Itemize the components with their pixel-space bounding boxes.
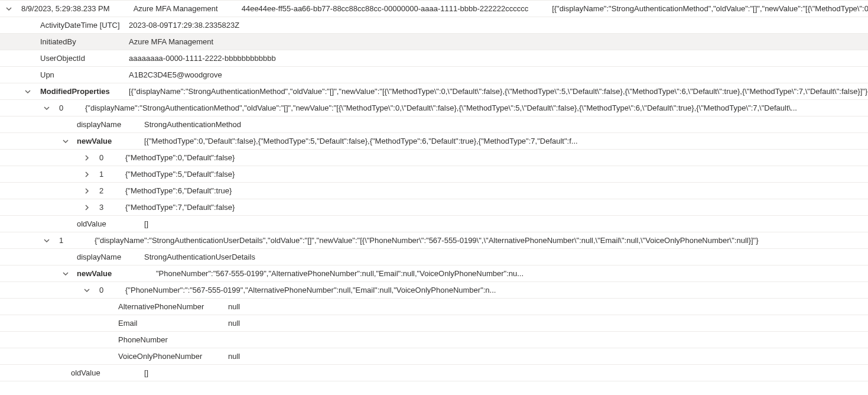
detail-label: Upn [40, 70, 129, 79]
detail-value: Azure MFA Management [129, 37, 868, 46]
item1-oldvalue: oldValue [] [0, 364, 868, 381]
nv0-field: Email null [0, 315, 868, 331]
nv0-field: PhoneNumber [0, 331, 868, 348]
field-value: [] [144, 368, 868, 377]
field-value: StrongAuthenticationUserDetails [144, 252, 868, 261]
chevron-down-icon[interactable] [5, 6, 13, 12]
nv0-field: VoiceOnlyPhoneNumber null [0, 348, 868, 364]
item1-displayname: displayName StrongAuthenticationUserDeta… [0, 248, 868, 265]
modified-item-1[interactable]: 1 {"displayName":"StrongAuthenticationUs… [0, 232, 868, 248]
field-label: displayName [77, 252, 144, 261]
modified-properties-row[interactable]: ModifiedProperties [{"displayName":"Stro… [0, 83, 868, 99]
nv-index: 0 [99, 153, 125, 162]
detail-value: 2023-08-09T17:29:38.2335823Z [129, 21, 868, 30]
chevron-right-icon[interactable] [83, 171, 91, 177]
header-timestamp: 8/9/2023, 5:29:38.233 PM [21, 4, 134, 13]
newvalue-row[interactable]: 1 {"MethodType":5,"Default":false} [0, 166, 868, 182]
item0-oldvalue: oldValue [] [0, 215, 868, 232]
item0-newvalue[interactable]: newValue [{"MethodType":0,"Default":fals… [0, 132, 868, 149]
newvalue-row[interactable]: 2 {"MethodType":6,"Default":true} [0, 182, 868, 199]
chevron-down-icon[interactable] [61, 271, 70, 277]
nv-index: 3 [99, 203, 125, 212]
chevron-down-icon[interactable] [24, 89, 32, 95]
header-payload: [{"displayName":"StrongAuthenticationMet… [552, 4, 868, 13]
nv-text: {"MethodType":5,"Default":false} [125, 170, 868, 179]
field-value: null [228, 302, 868, 311]
field-label: oldValue [71, 368, 144, 377]
field-label: Email [118, 319, 228, 328]
detail-value: A1B2C3D4E5@woodgrove [129, 70, 868, 79]
modified-item-0[interactable]: 0 {"displayName":"StrongAuthenticationMe… [0, 99, 868, 116]
chevron-down-icon[interactable] [83, 287, 91, 293]
nv-index: 2 [99, 186, 125, 195]
detail-label: UserObjectId [40, 54, 129, 63]
header-source: Azure MFA Management [134, 4, 242, 13]
detail-row-upn: Upn A1B2C3D4E5@woodgrove [0, 66, 868, 83]
chevron-down-icon[interactable] [43, 238, 51, 244]
detail-label: ActivityDateTime [UTC] [40, 21, 129, 30]
item-index: 0 [59, 103, 85, 112]
item-index: 1 [59, 236, 95, 245]
modified-label: ModifiedProperties [40, 87, 129, 96]
item1-newvalue[interactable]: newValue "PhoneNumber":"567-555-0199","A… [0, 265, 868, 281]
nv-summary: {"PhoneNumber":":"567-555-0199","Alterna… [125, 286, 868, 294]
detail-value: aaaaaaaa-0000-1111-2222-bbbbbbbbbbbb [129, 54, 868, 63]
field-label: newValue [77, 137, 144, 145]
newvalue-row[interactable]: 3 {"MethodType":7,"Default":false} [0, 199, 868, 215]
field-value: null [228, 352, 868, 361]
nv-index: 0 [99, 286, 125, 294]
detail-row-userobjectid: UserObjectId aaaaaaaa-0000-1111-2222-bbb… [0, 50, 868, 66]
chevron-right-icon[interactable] [83, 155, 91, 161]
nv-text: {"MethodType":6,"Default":true} [125, 186, 868, 195]
nv0-field: AlternativePhoneNumber null [0, 298, 868, 315]
nv-index: 1 [99, 170, 125, 179]
chevron-down-icon[interactable] [61, 138, 70, 144]
field-label: oldValue [77, 219, 144, 228]
field-label: VoiceOnlyPhoneNumber [118, 352, 228, 361]
field-value: null [228, 319, 868, 328]
chevron-right-icon[interactable] [83, 188, 91, 194]
item-summary: {"displayName":"StrongAuthenticationUser… [95, 236, 868, 245]
detail-row-initiatedby: InitiatedBy Azure MFA Management [0, 33, 868, 50]
field-label: newValue [77, 269, 156, 278]
detail-row-activitydatetime: ActivityDateTime [UTC] 2023-08-09T17:29:… [0, 17, 868, 33]
modified-summary: [{"displayName":"StrongAuthenticationMet… [129, 87, 868, 96]
field-label: AlternativePhoneNumber [118, 302, 228, 311]
item1-nv0[interactable]: 0 {"PhoneNumber":":"567-555-0199","Alter… [0, 281, 868, 298]
header-correlation-id: 44ee44ee-ff55-aa66-bb77-88cc88cc88cc-000… [242, 4, 552, 13]
field-value: [{"MethodType":0,"Default":false},{"Meth… [144, 137, 868, 145]
item0-displayname: displayName StrongAuthenticationMethod [0, 116, 868, 132]
nv-text: {"MethodType":0,"Default":false} [125, 153, 868, 162]
field-value: [] [144, 219, 868, 228]
nv-text: {"MethodType":7,"Default":false} [125, 203, 868, 212]
field-label: displayName [77, 120, 144, 129]
field-value: "PhoneNumber":"567-555-0199","Alternativ… [156, 269, 868, 278]
record-header[interactable]: 8/9/2023, 5:29:38.233 PM Azure MFA Manag… [0, 0, 868, 17]
item-summary: {"displayName":"StrongAuthenticationMeth… [85, 103, 868, 112]
chevron-right-icon[interactable] [83, 205, 91, 211]
newvalue-row[interactable]: 0 {"MethodType":0,"Default":false} [0, 149, 868, 166]
field-label: PhoneNumber [118, 335, 228, 344]
field-value: StrongAuthenticationMethod [144, 120, 868, 129]
chevron-down-icon[interactable] [43, 105, 51, 111]
detail-label: InitiatedBy [40, 37, 129, 46]
